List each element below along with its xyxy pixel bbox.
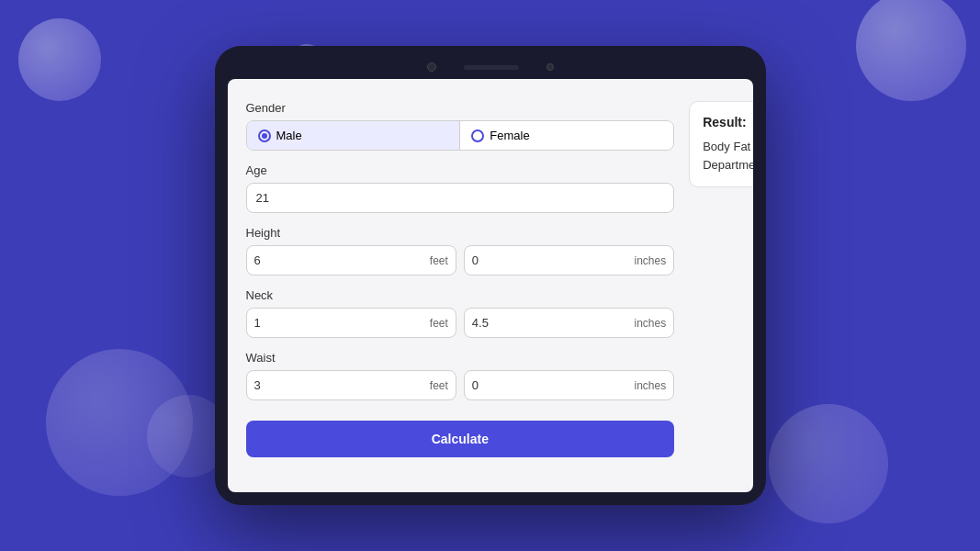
decorative-bubble-6 [769, 404, 888, 523]
decorative-bubble-1 [18, 18, 101, 101]
gender-female-option[interactable]: Female [460, 121, 673, 150]
tablet-camera [427, 62, 436, 72]
gender-toggle: Male Female [246, 120, 675, 151]
neck-inches-unit: inches [627, 317, 674, 330]
neck-feet-input[interactable] [247, 309, 422, 337]
age-label: Age [246, 163, 675, 177]
height-section: Height feet inches [246, 226, 675, 276]
neck-inches-input-group: inches [464, 308, 674, 338]
waist-inches-unit: inches [627, 379, 674, 392]
waist-feet-input-group: feet [246, 370, 456, 400]
height-feet-unit: feet [422, 254, 456, 267]
age-section: Age [246, 163, 675, 213]
calculate-button[interactable]: Calculate [246, 421, 675, 457]
height-feet-input-group: feet [246, 245, 456, 276]
gender-label: Gender [246, 101, 675, 115]
waist-feet-unit: feet [422, 379, 456, 392]
gender-male-option[interactable]: Male [247, 121, 460, 150]
waist-inches-input[interactable] [465, 371, 627, 399]
result-body: Body Fat = 18% You meet the Department o… [703, 138, 752, 174]
female-radio[interactable] [471, 129, 484, 142]
waist-section: Waist feet inches [246, 351, 675, 400]
male-radio[interactable] [258, 129, 271, 142]
neck-feet-unit: feet [422, 317, 456, 330]
height-inches-unit: inches [627, 254, 674, 267]
height-label: Height [246, 226, 675, 240]
male-label: Male [276, 129, 302, 142]
waist-label: Waist [246, 351, 675, 365]
tablet-frame: Gender Male Female Age [215, 46, 766, 505]
tablet-screen: Gender Male Female Age [228, 79, 753, 492]
tablet-speaker [464, 65, 519, 70]
neck-feet-input-group: feet [246, 308, 456, 338]
result-title: Result: [703, 115, 746, 129]
height-inches-input[interactable] [465, 246, 627, 275]
gender-section: Gender Male Female [246, 101, 675, 151]
result-header: Result: ⧉ [703, 115, 752, 130]
height-feet-input[interactable] [247, 246, 422, 275]
waist-feet-input[interactable] [247, 371, 422, 399]
tablet-top-bar [228, 59, 753, 79]
neck-section: Neck feet inches [246, 288, 675, 338]
neck-label: Neck [246, 288, 675, 302]
waist-inches-input-group: inches [464, 370, 674, 400]
result-panel: Result: ⧉ Body Fat = 18% You meet the De… [689, 101, 752, 470]
height-inches-input-group: inches [464, 245, 674, 276]
waist-input-row: feet inches [246, 370, 675, 400]
calculator-panel: Gender Male Female Age [246, 101, 675, 470]
height-input-row: feet inches [246, 245, 675, 276]
female-label: Female [490, 129, 529, 142]
tablet-camera-right [546, 63, 554, 71]
neck-inches-input[interactable] [465, 309, 627, 337]
result-card: Result: ⧉ Body Fat = 18% You meet the De… [689, 101, 752, 187]
decorative-bubble-3 [856, 0, 966, 101]
age-input[interactable] [246, 183, 675, 213]
neck-input-row: feet inches [246, 308, 675, 338]
